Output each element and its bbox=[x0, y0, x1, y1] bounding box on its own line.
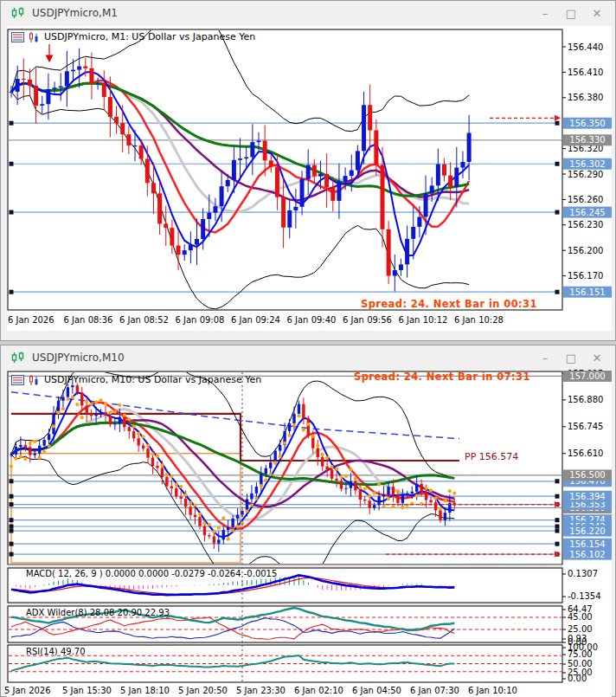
svg-text:6 Jan 10:12: 6 Jan 10:12 bbox=[399, 315, 448, 325]
window-title: USDJPYmicro,M1 bbox=[32, 7, 118, 19]
svg-text:45.00: 45.00 bbox=[568, 612, 593, 622]
chart-window-m10[interactable]: 157.015156.880156.745156.610156.470157.0… bbox=[0, 345, 616, 697]
svg-text:6 Jan 09:24: 6 Jan 09:24 bbox=[231, 315, 280, 325]
svg-text:6 Jan 10:10: 6 Jan 10:10 bbox=[468, 686, 517, 695]
orderbook-icon[interactable] bbox=[11, 32, 24, 42]
svg-text:6 Jan 08:36: 6 Jan 08:36 bbox=[64, 315, 113, 325]
minimize-button[interactable]: – bbox=[532, 7, 558, 20]
svg-text:6 Jan 07:30: 6 Jan 07:30 bbox=[410, 686, 459, 695]
chart-description: USDJPYmicro, M10: US Dollar vs Japanese … bbox=[44, 374, 261, 385]
minimize-button[interactable]: – bbox=[532, 352, 558, 365]
orderbook-icon[interactable] bbox=[11, 375, 24, 385]
svg-text:156.330: 156.330 bbox=[569, 135, 605, 145]
svg-text:156.394: 156.394 bbox=[569, 492, 605, 501]
titlebar-m10[interactable]: USDJPYmicro,M10 – □ ✕ bbox=[1, 345, 615, 370]
candlestick-chart-icon bbox=[11, 7, 25, 19]
svg-text:0.00: 0.00 bbox=[568, 674, 587, 683]
macd-label: MACD( 12, 26, 9 ) 0.0000 0.0000 -0.0279 … bbox=[26, 569, 277, 578]
svg-text:156.380: 156.380 bbox=[568, 93, 603, 102]
maximize-button[interactable]: □ bbox=[558, 7, 584, 20]
pivot-point-label: PP 156.574 bbox=[465, 451, 518, 462]
svg-text:156.170: 156.170 bbox=[568, 271, 603, 281]
svg-text:156.745: 156.745 bbox=[568, 422, 603, 431]
svg-text:156.290: 156.290 bbox=[568, 170, 603, 179]
svg-text:6 Jan 02:10: 6 Jan 02:10 bbox=[294, 686, 343, 695]
svg-text:6 Jan 09:08: 6 Jan 09:08 bbox=[176, 315, 225, 325]
svg-text:156.500: 156.500 bbox=[569, 470, 605, 480]
svg-text:156.220: 156.220 bbox=[569, 526, 605, 536]
titlebar-m1[interactable]: USDJPYmicro,M1 – □ ✕ bbox=[1, 1, 615, 25]
desktop: { "colors":{ "up":"#0d17cf","down":"#e81… bbox=[0, 0, 616, 697]
svg-text:75.00: 75.00 bbox=[568, 649, 593, 659]
svg-text:5 Jan 2026: 5 Jan 2026 bbox=[4, 686, 51, 695]
adx-label: ADX Wilder(8) 28.08 20.90 22.93 bbox=[26, 608, 170, 617]
svg-text:156.440: 156.440 bbox=[568, 42, 603, 52]
svg-text:156.880: 156.880 bbox=[568, 395, 603, 404]
svg-text:157.000: 157.000 bbox=[569, 371, 605, 381]
window-title: USDJPYmicro,M10 bbox=[32, 352, 125, 364]
svg-text:156.151: 156.151 bbox=[569, 287, 605, 297]
rsi-label: RSI(14) 49.70 bbox=[26, 647, 86, 656]
spread-info: Spread: 24. Next Bar in 07:31 bbox=[354, 371, 530, 383]
svg-text:156.245: 156.245 bbox=[569, 208, 605, 217]
maximize-button[interactable]: □ bbox=[558, 352, 584, 365]
svg-text:156.350: 156.350 bbox=[569, 119, 605, 128]
spread-info: Spread: 24. Next Bar in 00:31 bbox=[361, 298, 537, 310]
close-button[interactable]: ✕ bbox=[584, 7, 610, 20]
window-controls: – □ ✕ bbox=[532, 1, 610, 25]
svg-text:5 Jan 15:30: 5 Jan 15:30 bbox=[62, 686, 112, 695]
svg-text:156.610: 156.610 bbox=[568, 449, 603, 458]
svg-text:156.154: 156.154 bbox=[569, 539, 605, 549]
svg-text:25.00: 25.00 bbox=[568, 624, 593, 634]
window-controls: – □ ✕ bbox=[532, 345, 610, 370]
svg-text:6 Jan 10:28: 6 Jan 10:28 bbox=[454, 315, 504, 325]
svg-text:156.260: 156.260 bbox=[568, 195, 603, 204]
chart-header-m1: USDJPYmicro, M1: US Dollar vs Japanese Y… bbox=[11, 31, 255, 42]
svg-text:0.1307: 0.1307 bbox=[568, 569, 598, 578]
chart-description: USDJPYmicro, M1: US Dollar vs Japanese Y… bbox=[44, 31, 255, 42]
svg-text:156.302: 156.302 bbox=[569, 159, 605, 169]
svg-text:6 Jan 2026: 6 Jan 2026 bbox=[8, 315, 55, 325]
mini-candlestick-icon[interactable] bbox=[28, 32, 41, 42]
svg-text:5 Jan 23:30: 5 Jan 23:30 bbox=[236, 686, 286, 695]
svg-text:5 Jan 20:50: 5 Jan 20:50 bbox=[178, 686, 228, 695]
svg-text:6 Jan 09:56: 6 Jan 09:56 bbox=[343, 315, 392, 325]
svg-text:6 Jan 08:52: 6 Jan 08:52 bbox=[119, 315, 169, 325]
close-button[interactable]: ✕ bbox=[584, 352, 610, 365]
chart-header-m10: USDJPYmicro, M10: US Dollar vs Japanese … bbox=[11, 374, 261, 385]
m10-chart-canvas[interactable]: 157.015156.880156.745156.610156.470157.0… bbox=[1, 345, 616, 697]
mini-candlestick-icon[interactable] bbox=[28, 375, 41, 385]
m1-chart-canvas[interactable]: 156.440156.410156.380156.320156.290156.2… bbox=[1, 1, 616, 342]
svg-text:-0.1354: -0.1354 bbox=[568, 591, 601, 601]
svg-text:6 Jan 04:50: 6 Jan 04:50 bbox=[352, 686, 401, 695]
svg-text:156.102: 156.102 bbox=[569, 550, 605, 559]
svg-text:5 Jan 18:10: 5 Jan 18:10 bbox=[120, 686, 170, 695]
svg-text:156.200: 156.200 bbox=[568, 246, 603, 255]
chart-window-m1[interactable]: 156.440156.410156.380156.320156.290156.2… bbox=[0, 0, 616, 341]
svg-text:156.410: 156.410 bbox=[568, 68, 603, 77]
svg-text:6 Jan 09:40: 6 Jan 09:40 bbox=[287, 315, 337, 325]
svg-text:156.230: 156.230 bbox=[568, 220, 603, 229]
candlestick-chart-icon bbox=[11, 352, 25, 364]
